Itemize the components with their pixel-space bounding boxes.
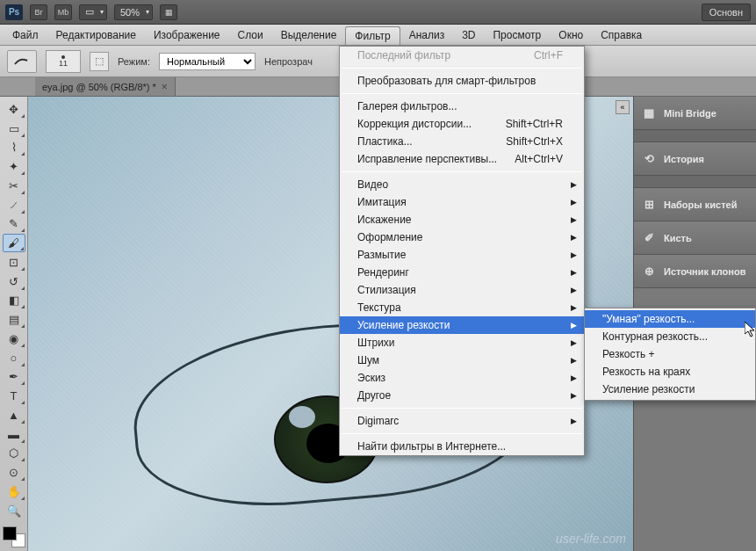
dodge-tool[interactable]: ○ [3, 349, 25, 367]
submenu-arrow-icon: ▶ [571, 286, 577, 294]
panel-history[interactable]: ⟲ История [634, 142, 756, 176]
gradient-tool[interactable]: ▤ [3, 310, 25, 329]
scroll-corner[interactable]: « [616, 100, 630, 114]
submenu-arrow-icon: ▶ [571, 268, 577, 277]
tool-preset-picker[interactable] [7, 50, 37, 73]
type-tool[interactable]: T [3, 387, 25, 405]
move-tool[interactable]: ✥ [3, 100, 25, 119]
menu-noise[interactable]: Шум▶ [340, 352, 584, 369]
menu-image[interactable]: Изображение [145, 25, 229, 45]
foreground-color-swatch[interactable] [3, 526, 17, 540]
3d-tool[interactable]: ⬡ [3, 445, 25, 463]
menu-other[interactable]: Другое▶ [340, 387, 584, 404]
close-icon[interactable]: × [162, 81, 168, 93]
panel-label: Источник клонов [664, 266, 745, 277]
eyedropper-tool[interactable]: ⟋ [3, 196, 25, 214]
brush-preset-picker[interactable]: 11 [46, 50, 81, 73]
shortcut-label: Alt+Ctrl+V [515, 153, 563, 165]
menu-strokes[interactable]: Штрихи▶ [340, 334, 584, 352]
menu-distort[interactable]: Искажение▶ [340, 211, 584, 228]
submenu-unsharp-mask[interactable]: Контурная резкость... [585, 328, 755, 345]
menu-view[interactable]: Просмотр [484, 25, 550, 45]
panel-mini-bridge[interactable]: ▦ Mini Bridge [634, 97, 756, 130]
wand-tool[interactable]: ✦ [3, 157, 25, 176]
menu-decor[interactable]: Оформление▶ [340, 228, 584, 246]
menu-file[interactable]: Файл [4, 25, 47, 45]
submenu-arrow-icon: ▶ [571, 198, 577, 207]
menu-digimarc[interactable]: Digimarc▶ [340, 412, 584, 430]
menu-filter[interactable]: Фильтр [345, 26, 400, 45]
minibridge-icon: ▦ [641, 105, 657, 121]
menu-filter-gallery[interactable]: Галерея фильтров... [340, 98, 584, 115]
app-titlebar: Ps Br Mb ▭ 50% ▦ Основн [0, 0, 756, 25]
panel-brush[interactable]: ✐ Кисть [634, 221, 756, 255]
menu-stylize[interactable]: Стилизация▶ [340, 281, 584, 299]
brush-size-value: 11 [59, 59, 68, 68]
blend-mode-select[interactable]: Нормальный [159, 53, 256, 70]
hand-tool[interactable]: ✋ [3, 482, 25, 501]
history-brush-tool[interactable]: ↺ [3, 272, 25, 291]
menu-render[interactable]: Рендеринг▶ [340, 264, 584, 281]
brush-panel-icon: ✐ [641, 230, 657, 246]
menu-select[interactable]: Выделение [272, 25, 346, 45]
main-menubar: Файл Редактирование Изображение Слои Выд… [0, 25, 756, 46]
menu-liquify[interactable]: Пластика... Shift+Ctrl+X [340, 133, 584, 150]
menu-window[interactable]: Окно [550, 25, 592, 45]
menu-3d[interactable]: 3D [453, 25, 484, 45]
brush-tool[interactable]: 🖌 [3, 234, 25, 252]
history-icon: ⟲ [641, 151, 657, 167]
menu-sharpen[interactable]: Усиление резкости▶ [340, 316, 584, 334]
zoom-dropdown[interactable]: 50% [114, 4, 153, 20]
presets-icon: ⊞ [641, 197, 657, 213]
menu-texture[interactable]: Текстура▶ [340, 299, 584, 316]
document-tab[interactable]: eya.jpg @ 50% (RGB/8*) * × [35, 77, 176, 96]
submenu-sharpen-more[interactable]: Резкость + [585, 345, 755, 363]
color-swatches[interactable] [3, 526, 25, 548]
menu-convert-smart[interactable]: Преобразовать для смарт-фильтров [340, 72, 584, 90]
bridge-button[interactable]: Br [30, 4, 47, 20]
menu-video[interactable]: Видео▶ [340, 176, 584, 193]
pen-tool[interactable]: ✒ [3, 368, 25, 387]
panel-clone-source[interactable]: ⊕ Источник клонов [634, 255, 756, 288]
blur-tool[interactable]: ◉ [3, 330, 25, 348]
minibridge-button[interactable]: Mb [54, 4, 72, 20]
menu-lens-correction[interactable]: Коррекция дисторсии... Shift+Ctrl+R [340, 115, 584, 133]
menu-browse-online[interactable]: Найти фильтры в Интернете... [340, 438, 584, 455]
submenu-arrow-icon: ▶ [571, 215, 577, 224]
submenu-arrow-icon: ▶ [571, 303, 577, 312]
healing-tool[interactable]: ✎ [3, 215, 25, 234]
stamp-tool[interactable]: ⊡ [3, 253, 25, 272]
path-select-tool[interactable]: ▲ [3, 406, 25, 424]
sharpen-submenu: "Умная" резкость... Контурная резкость..… [584, 308, 756, 401]
menu-layers[interactable]: Слои [229, 25, 272, 45]
marquee-tool[interactable]: ▭ [3, 120, 25, 138]
submenu-arrow-icon: ▶ [571, 417, 577, 425]
eraser-tool[interactable]: ◧ [3, 292, 25, 310]
panel-brush-presets[interactable]: ⊞ Наборы кистей [634, 188, 756, 221]
lasso-tool[interactable]: ⌇ [3, 139, 25, 157]
panel-label: История [664, 154, 704, 164]
menu-last-filter: Последний фильтр Ctrl+F [340, 47, 584, 64]
watermark-text: user-life.com [556, 532, 626, 546]
menu-artistic[interactable]: Имитация▶ [340, 193, 584, 211]
menu-edit[interactable]: Редактирование [47, 25, 145, 45]
3d-camera-tool[interactable]: ⊙ [3, 463, 25, 482]
menu-vanishing-point[interactable]: Исправление перспективы... Alt+Ctrl+V [340, 150, 584, 168]
arrange-button[interactable]: ▦ [160, 4, 177, 20]
menu-blur[interactable]: Размытие▶ [340, 246, 584, 264]
workspace-switcher[interactable]: Основн [702, 4, 751, 21]
menu-sketch[interactable]: Эскиз▶ [340, 369, 584, 387]
crop-tool[interactable]: ✂ [3, 177, 25, 195]
shortcut-label: Shift+Ctrl+X [506, 135, 563, 148]
brush-panel-toggle[interactable]: ⬚ [90, 52, 109, 71]
menu-analysis[interactable]: Анализ [400, 25, 454, 45]
shortcut-label: Ctrl+F [534, 49, 563, 62]
shape-tool[interactable]: ▬ [3, 425, 25, 444]
clone-icon: ⊕ [641, 264, 657, 279]
menu-help[interactable]: Справка [592, 25, 651, 45]
submenu-sharpen-edges[interactable]: Резкость на краях [585, 363, 755, 381]
screen-mode-dropdown[interactable]: ▭ [79, 4, 107, 20]
submenu-smart-sharpen[interactable]: "Умная" резкость... [585, 310, 755, 328]
zoom-tool[interactable]: 🔍 [3, 502, 25, 520]
submenu-sharpen[interactable]: Усиление резкости [585, 381, 755, 398]
